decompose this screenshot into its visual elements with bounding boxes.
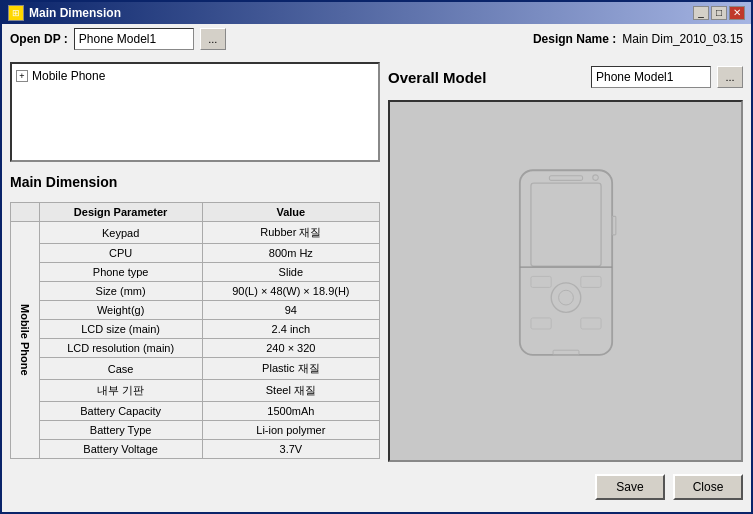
table-row: CasePlastic 재질 [11, 358, 380, 380]
design-name-section: Design Name : Main Dim_2010_03.15 [533, 32, 743, 46]
tree-item-mobile-phone[interactable]: + Mobile Phone [16, 68, 374, 84]
svg-rect-0 [519, 170, 611, 355]
title-bar-left: ⊞ Main Dimension [8, 5, 121, 21]
svg-rect-8 [530, 318, 550, 329]
tree-expand-icon[interactable]: + [16, 70, 28, 82]
left-panel: + Mobile Phone Main Dimension Design Par… [10, 62, 380, 504]
param-cell: 내부 기판 [39, 380, 202, 402]
minimize-button[interactable]: _ [693, 6, 709, 20]
overall-model-browse-button[interactable]: ... [717, 66, 743, 88]
param-cell: Phone type [39, 263, 202, 282]
design-name-value: Main Dim_2010_03.15 [622, 32, 743, 46]
table-row: Battery Capacity1500mAh [11, 402, 380, 421]
table-row: Size (mm)90(L) × 48(W) × 18.9(H) [11, 282, 380, 301]
right-panel: Overall Model ... [388, 62, 743, 504]
param-cell: Battery Type [39, 421, 202, 440]
table-row: Mobile PhoneKeypadRubber 재질 [11, 222, 380, 244]
top-bar: Open DP : ... Design Name : Main Dim_201… [2, 24, 751, 54]
param-cell: LCD size (main) [39, 320, 202, 339]
col-header-value: Value [202, 203, 379, 222]
overall-model-bar: Overall Model ... [388, 62, 743, 92]
table-row: 내부 기판Steel 재질 [11, 380, 380, 402]
svg-point-4 [551, 283, 581, 313]
svg-rect-1 [530, 183, 600, 266]
tree-panel: + Mobile Phone [10, 62, 380, 162]
param-cell: CPU [39, 244, 202, 263]
value-cell: 800m Hz [202, 244, 379, 263]
open-dp-section: Open DP : ... [10, 28, 226, 50]
svg-rect-2 [549, 176, 582, 181]
svg-point-5 [558, 290, 573, 305]
overall-model-input[interactable] [591, 66, 711, 88]
value-cell: Plastic 재질 [202, 358, 379, 380]
svg-rect-6 [530, 276, 550, 287]
open-dp-label: Open DP : [10, 32, 68, 46]
table-row: CPU800m Hz [11, 244, 380, 263]
value-cell: Steel 재질 [202, 380, 379, 402]
table-row: Battery Voltage3.7V [11, 440, 380, 459]
param-cell: LCD resolution (main) [39, 339, 202, 358]
tree-item-label: Mobile Phone [32, 69, 105, 83]
overall-model-label: Overall Model [388, 69, 486, 86]
table-row: LCD size (main)2.4 inch [11, 320, 380, 339]
table-row: Phone typeSlide [11, 263, 380, 282]
col-header-group [11, 203, 40, 222]
param-cell: Size (mm) [39, 282, 202, 301]
svg-point-3 [592, 175, 598, 181]
param-cell: Weight(g) [39, 301, 202, 320]
col-header-param: Design Parameter [39, 203, 202, 222]
section-title: Main Dimension [10, 170, 380, 194]
table-row: LCD resolution (main)240 × 320 [11, 339, 380, 358]
table-row: Weight(g)94 [11, 301, 380, 320]
value-cell: 3.7V [202, 440, 379, 459]
param-cell: Battery Capacity [39, 402, 202, 421]
svg-rect-7 [580, 276, 600, 287]
value-cell: 94 [202, 301, 379, 320]
value-cell: Slide [202, 263, 379, 282]
value-cell: 1500mAh [202, 402, 379, 421]
open-dp-browse-button[interactable]: ... [200, 28, 226, 50]
main-content: + Mobile Phone Main Dimension Design Par… [2, 54, 751, 512]
close-button[interactable]: Close [673, 474, 743, 500]
value-cell: 2.4 inch [202, 320, 379, 339]
value-cell: Rubber 재질 [202, 222, 379, 244]
svg-rect-9 [580, 318, 600, 329]
value-cell: 240 × 320 [202, 339, 379, 358]
phone-preview [388, 100, 743, 462]
dimension-table: Design Parameter Value Mobile PhoneKeypa… [10, 202, 380, 459]
value-cell: Li-ion polymer [202, 421, 379, 440]
bottom-buttons: Save Close [388, 470, 743, 504]
table-row: Battery TypeLi-ion polymer [11, 421, 380, 440]
row-group-header: Mobile Phone [11, 222, 40, 459]
window-title: Main Dimension [29, 6, 121, 20]
param-cell: Case [39, 358, 202, 380]
design-name-label: Design Name : [533, 32, 616, 46]
phone-sketch-svg [486, 161, 646, 401]
svg-rect-11 [612, 216, 616, 234]
param-cell: Battery Voltage [39, 440, 202, 459]
close-window-button[interactable]: ✕ [729, 6, 745, 20]
param-cell: Keypad [39, 222, 202, 244]
save-button[interactable]: Save [595, 474, 665, 500]
value-cell: 90(L) × 48(W) × 18.9(H) [202, 282, 379, 301]
title-bar: ⊞ Main Dimension _ □ ✕ [2, 2, 751, 24]
overall-model-right: ... [591, 66, 743, 88]
window-icon: ⊞ [8, 5, 24, 21]
maximize-button[interactable]: □ [711, 6, 727, 20]
title-buttons: _ □ ✕ [693, 6, 745, 20]
open-dp-input[interactable] [74, 28, 194, 50]
main-window: ⊞ Main Dimension _ □ ✕ Open DP : ... Des… [0, 0, 753, 514]
